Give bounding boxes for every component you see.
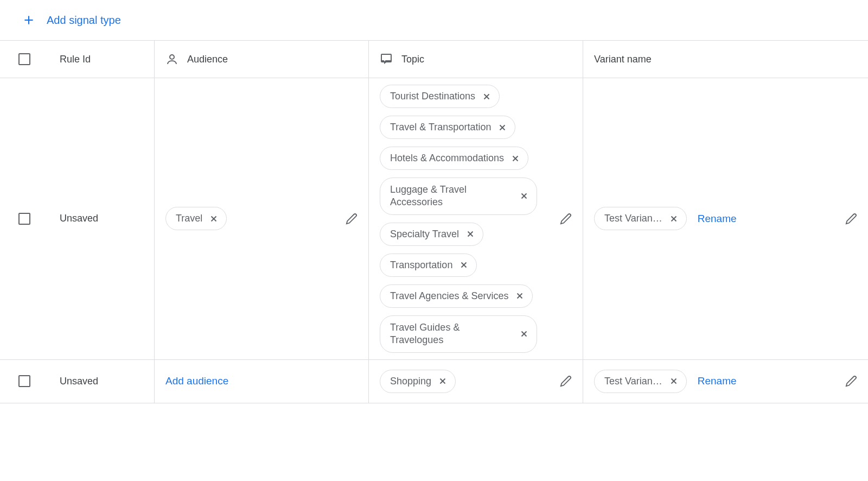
pencil-icon[interactable] (845, 213, 857, 225)
add-signal-label: Add signal type (47, 14, 121, 27)
variant-chip: Test Varian… (594, 207, 687, 230)
close-icon[interactable] (515, 291, 525, 301)
pencil-icon[interactable] (560, 213, 572, 225)
close-icon[interactable] (519, 329, 529, 339)
pencil-icon[interactable] (560, 375, 572, 387)
chat-icon (380, 53, 393, 66)
audience-cell: Travel (155, 78, 369, 359)
svg-point-2 (170, 55, 174, 59)
variant-chip: Test Varian… (594, 370, 687, 393)
close-icon[interactable] (459, 260, 469, 270)
variant-cell: Test Varian… Rename (583, 78, 868, 359)
topic-chip: Hotels & Accommodations (380, 147, 528, 170)
close-icon[interactable] (510, 154, 520, 163)
select-all-checkbox[interactable] (18, 53, 30, 65)
rename-button[interactable]: Rename (698, 375, 737, 387)
rename-button[interactable]: Rename (698, 213, 737, 225)
row-checkbox[interactable] (18, 375, 30, 387)
header-topic: Topic (369, 41, 583, 78)
audience-cell: Add audience (155, 360, 369, 403)
close-icon[interactable] (669, 214, 679, 224)
close-icon[interactable] (438, 376, 448, 386)
add-audience-button[interactable]: Add audience (165, 375, 228, 387)
close-icon[interactable] (482, 92, 492, 102)
topic-chip: Transportation (380, 254, 477, 277)
topic-chip: Specialty Travel (380, 223, 483, 246)
topic-chip: Travel Agencies & Services (380, 284, 533, 308)
person-icon (165, 53, 178, 66)
close-icon[interactable] (669, 376, 679, 386)
pencil-icon[interactable] (845, 375, 857, 387)
close-icon[interactable] (465, 229, 475, 239)
topic-cell: Tourist Destinations Travel & Transporta… (369, 78, 583, 359)
row-checkbox[interactable] (18, 213, 30, 225)
topic-cell: Shopping (369, 360, 583, 403)
rule-id-cell: Unsaved (49, 360, 155, 403)
table-header: Rule Id Audience Topic Variant name (0, 40, 868, 78)
topic-chip: Shopping (380, 370, 456, 393)
variant-cell: Test Varian… Rename (583, 360, 868, 403)
add-signal-type-button[interactable]: Add signal type (0, 0, 868, 40)
table-row: Unsaved Add audience Shopping Test Var (0, 360, 868, 403)
pencil-icon[interactable] (346, 213, 358, 225)
topic-chip: Travel & Transportation (380, 116, 515, 139)
plus-icon (22, 13, 36, 27)
close-icon[interactable] (519, 191, 529, 201)
header-rule-id: Rule Id (49, 41, 155, 78)
topic-chip: Tourist Destinations (380, 85, 500, 108)
close-icon[interactable] (497, 123, 507, 132)
table-row: Unsaved Travel Tourist Destinations Trav… (0, 78, 868, 360)
audience-chip: Travel (165, 207, 227, 230)
topic-chip: Luggage & Travel Accessories (380, 178, 537, 215)
topic-chip: Travel Guides & Travelogues (380, 315, 537, 353)
rule-id-cell: Unsaved (49, 78, 155, 359)
close-icon[interactable] (209, 214, 219, 224)
header-audience: Audience (155, 41, 369, 78)
header-variant-name: Variant name (583, 41, 868, 78)
